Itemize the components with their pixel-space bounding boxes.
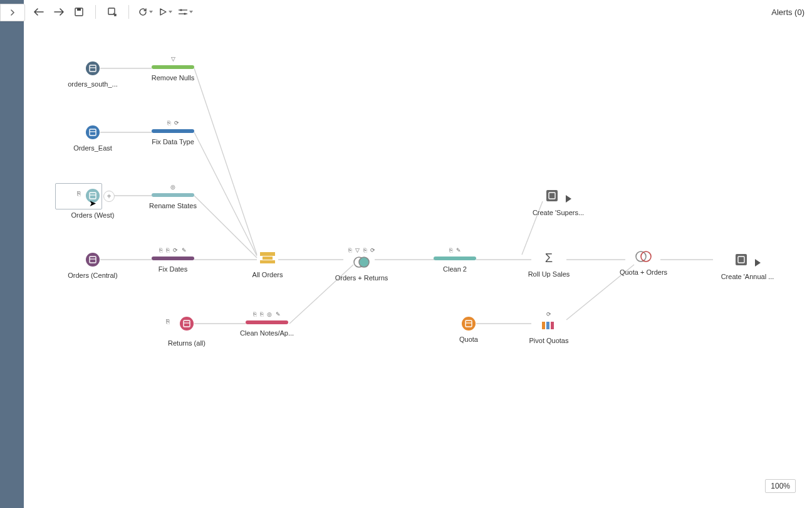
toolbar-divider	[95, 5, 96, 19]
node-label: All Orders	[239, 271, 296, 278]
output-icon	[734, 253, 748, 267]
node-label: Remove Nulls	[145, 74, 201, 82]
step-annotations: ⎘✎	[427, 248, 483, 254]
clean-step-icon	[152, 257, 194, 260]
clean-step-icon	[246, 320, 288, 324]
run-flow-button[interactable]	[158, 4, 173, 19]
svg-line-12	[194, 68, 257, 255]
datasource-icon	[86, 61, 100, 75]
node-clean-2[interactable]: ⎘✎ Clean 2	[427, 248, 483, 273]
dropdown-caret-icon	[169, 11, 172, 13]
svg-rect-33	[260, 252, 275, 256]
node-label: Fix Data Type	[145, 138, 201, 146]
join-icon	[634, 251, 653, 262]
node-label: Pivot Quotas	[521, 337, 577, 344]
svg-rect-45	[546, 322, 549, 329]
node-all-orders[interactable]: All Orders	[239, 251, 296, 278]
node-label: Returns (all)	[159, 339, 215, 347]
node-returns-all[interactable]: ⎘ Returns (all)	[159, 317, 215, 347]
settings-button[interactable]	[178, 4, 193, 19]
node-label: Orders (Central)	[65, 272, 121, 279]
svg-point-6	[184, 13, 185, 14]
node-roll-up-sales[interactable]: Σ Roll Up Sales	[521, 251, 577, 278]
svg-rect-27	[90, 129, 96, 135]
node-label: Quota + Orders	[615, 268, 672, 276]
node-label: Create 'Supers...	[521, 209, 596, 216]
node-label: Create 'Annual ...	[707, 273, 788, 280]
add-data-button[interactable]	[105, 4, 120, 19]
step-annotations: ▽	[145, 56, 201, 63]
svg-rect-35	[260, 260, 275, 263]
clean-step-icon	[152, 129, 194, 133]
toolbar: Alerts (0)	[24, 0, 812, 24]
svg-rect-31	[90, 257, 96, 263]
back-button[interactable]	[31, 4, 46, 19]
sidebar-strip	[0, 0, 24, 508]
node-orders-central[interactable]: Orders (Central)	[65, 253, 121, 279]
svg-rect-25	[90, 65, 96, 71]
run-output-button[interactable]	[755, 259, 761, 267]
node-remove-nulls[interactable]: ▽ Remove Nulls	[145, 56, 201, 82]
node-label: Roll Up Sales	[521, 270, 577, 278]
node-fix-data-type[interactable]: ⎘⟳ Fix Data Type	[145, 120, 201, 146]
node-pivot-quotas[interactable]: ⟳ Pivot Quotas	[521, 312, 577, 344]
svg-rect-46	[551, 322, 554, 329]
svg-rect-42	[466, 320, 472, 327]
node-label: Orders (West)	[65, 211, 121, 219]
node-quota-orders[interactable]: Quota + Orders	[615, 251, 672, 276]
step-annotations: ⎘⎘◎✎	[239, 312, 295, 318]
expand-sidebar-button[interactable]	[0, 4, 25, 21]
play-icon	[159, 8, 167, 16]
clean-step-icon	[152, 65, 194, 69]
svg-rect-44	[542, 322, 545, 329]
node-orders-south[interactable]: orders_south_...	[65, 61, 121, 88]
clean-step-icon	[434, 257, 476, 260]
svg-rect-36	[184, 320, 190, 327]
node-rename-states[interactable]: ◎ Rename States	[145, 184, 201, 209]
arrow-right-icon	[54, 8, 64, 16]
node-orders-east[interactable]: Orders_East	[65, 125, 121, 152]
dropdown-caret-icon	[149, 11, 153, 13]
edit-annotation-icon: ⎘	[166, 318, 170, 325]
datasource-icon	[86, 253, 100, 267]
step-annotations: ⟳	[521, 312, 577, 318]
svg-line-13	[194, 132, 257, 256]
aggregate-icon: Σ	[545, 251, 553, 265]
edit-annotation-icon: ⎘	[77, 190, 81, 197]
svg-point-39	[359, 257, 369, 267]
run-output-button[interactable]	[566, 195, 571, 203]
node-fix-dates[interactable]: ⎘⎘⟳✎ Fix Dates	[145, 248, 201, 273]
node-clean-notes[interactable]: ⎘⎘◎✎ Clean Notes/Ap...	[239, 312, 295, 337]
add-step-button[interactable]: +	[103, 191, 115, 202]
svg-rect-40	[546, 190, 558, 201]
save-button[interactable]	[71, 4, 86, 19]
flow-canvas[interactable]: orders_south_... ▽ Remove Nulls Orders_E…	[24, 24, 812, 508]
node-label: Clean 2	[427, 265, 483, 273]
node-create-superstore[interactable]: Create 'Supers...	[521, 189, 596, 216]
node-quota[interactable]: Quota	[440, 317, 497, 343]
union-icon	[259, 251, 276, 265]
output-icon	[545, 189, 559, 203]
svg-rect-1	[77, 8, 81, 11]
node-create-annual[interactable]: Create 'Annual ...	[707, 253, 788, 280]
pivot-icon	[541, 320, 557, 331]
node-label: Clean Notes/Ap...	[239, 329, 295, 337]
edges-layer	[24, 24, 812, 508]
datasource-icon	[180, 317, 194, 331]
zoom-level[interactable]: 100%	[765, 479, 796, 493]
refresh-button[interactable]	[138, 4, 153, 19]
chevron-right-icon	[10, 9, 15, 16]
node-label: Quota	[440, 336, 497, 343]
svg-point-4	[180, 9, 182, 11]
forward-button[interactable]	[51, 4, 66, 19]
alerts-button[interactable]: Alerts (0)	[771, 8, 804, 17]
step-annotations: ◎	[145, 184, 201, 191]
step-annotations: ⎘⟳	[145, 120, 201, 127]
toolbar-divider	[128, 5, 129, 19]
node-orders-returns[interactable]: ⎘▽⎘⟳ Orders + Returns	[333, 248, 390, 282]
refresh-icon	[138, 8, 147, 16]
svg-rect-34	[263, 257, 273, 260]
clean-step-icon	[152, 193, 194, 197]
datasource-icon	[86, 189, 100, 203]
node-label: orders_south_...	[65, 80, 121, 88]
